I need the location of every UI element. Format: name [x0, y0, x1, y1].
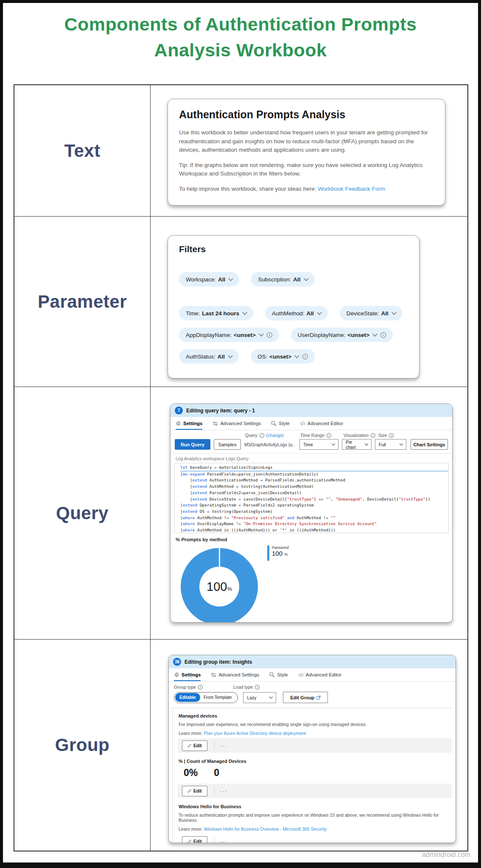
gear-icon: [174, 672, 179, 678]
external-link-icon: [316, 696, 321, 700]
row-label-cell-group: Group: [14, 640, 151, 851]
step-number-badge: 38: [173, 658, 181, 666]
group-content: Managed devices For improved user experi…: [172, 708, 452, 843]
row-content-cell-query: 7 Editing query item: query - 1 Settings…: [151, 387, 467, 640]
info-icon[interactable]: [198, 685, 203, 690]
item-edit-strip: Edit ···: [178, 784, 452, 798]
tab-style[interactable]: Style: [271, 417, 290, 430]
more-options-button[interactable]: ···: [220, 838, 228, 843]
group-editor-tabs: Settings Advanced Settings Style Advance…: [169, 668, 456, 682]
group-type-toggle[interactable]: Editable From Template: [174, 692, 238, 703]
tab-advanced-editor[interactable]: Advanced Editor: [300, 417, 343, 430]
info-icon[interactable]: [389, 433, 394, 438]
info-icon[interactable]: [302, 354, 308, 359]
page-title-line2: Analysis Workbook: [154, 40, 327, 60]
filter-pill-authstatus[interactable]: AuthStatus:All: [179, 349, 239, 364]
toggle-option-editable[interactable]: Editable: [175, 693, 200, 702]
query-toolbar-labels: Query(change) Time Range Visualization S…: [171, 430, 452, 439]
tab-style[interactable]: Style: [269, 668, 288, 681]
filter-pill-time[interactable]: Time:Last 24 hours: [179, 306, 253, 320]
workbook-title: Authentication Prompts Analysis: [179, 108, 434, 121]
filters-title: Filters: [179, 244, 419, 254]
row-content-cell-text: Authentication Prompts Analysis Use this…: [151, 85, 467, 217]
tab-advanced-settings[interactable]: Advanced Settings: [213, 417, 261, 430]
row-label-cell-query: Query: [14, 387, 151, 640]
learn-more-link[interactable]: Windows Hello for Business Overview - Mi…: [204, 826, 327, 832]
logs-query-source-label: Log Analytics workspace Logs Query: [171, 453, 452, 463]
info-icon[interactable]: [371, 433, 375, 438]
run-query-button[interactable]: Run Query: [175, 439, 210, 450]
load-type-select[interactable]: Lazy: [243, 692, 276, 703]
group-type-label: Group type: [174, 684, 233, 690]
legend-series-name: Password: [272, 545, 289, 550]
item-edit-strip: Edit ···: [178, 834, 452, 843]
query-source-value[interactable]: MSGraphActivityLogs (a...: [244, 442, 295, 447]
filter-pill-subscription[interactable]: Subscription:All: [251, 272, 314, 287]
page-title: Components of Authentication Prompts Ana…: [3, 11, 478, 63]
samples-button[interactable]: Samples: [214, 439, 241, 450]
load-type-label: Load type: [233, 684, 260, 690]
toggle-option-from-template[interactable]: From Template: [200, 695, 234, 700]
info-icon[interactable]: [380, 332, 386, 338]
row-label-parameter: Parameter: [38, 292, 127, 312]
count-value: 0: [214, 767, 219, 779]
filter-row-3: AppDisplayName:<unset> UserDisplayName:<…: [179, 328, 419, 342]
kql-code[interactable]: let baseQuery = materialize(SigninLogs|m…: [174, 463, 449, 533]
tab-settings[interactable]: Settings: [174, 668, 201, 681]
visualization-label: Visualization: [344, 433, 378, 438]
time-range-select[interactable]: Time: [299, 439, 338, 450]
info-icon[interactable]: [255, 685, 260, 690]
donut-chart-area: 100 % Password 100 %: [171, 542, 452, 623]
infographic-frame: Components of Authentication Prompts Ana…: [0, 0, 481, 868]
filter-pill-os[interactable]: OS:<unset>: [251, 349, 315, 364]
edit-button[interactable]: Edit: [182, 786, 207, 796]
visualization-select[interactable]: Pie chart: [342, 439, 372, 450]
more-options-button[interactable]: ···: [220, 743, 228, 749]
filter-pill-appdisplayname[interactable]: AppDisplayName:<unset>: [179, 328, 279, 342]
feedback-form-link[interactable]: Workbook Feedback Form: [318, 186, 385, 192]
chart-settings-button[interactable]: Chart Settings: [411, 439, 448, 450]
info-icon[interactable]: [327, 433, 331, 438]
percent-value: 0%: [184, 767, 198, 779]
chevron-down-icon: [294, 353, 299, 358]
filter-row-2: Time:Last 24 hours AuthMethod:All Device…: [179, 306, 419, 320]
filter-pill-userdisplayname[interactable]: UserDisplayName:<unset>: [291, 328, 393, 342]
filter-row-4: AuthStatus:All OS:<unset>: [179, 349, 419, 364]
row-label-query: Query: [56, 503, 109, 523]
code-icon: [300, 421, 305, 426]
sliders-icon: [213, 421, 218, 426]
parameter-step-card: Filters Workspace:All Subscription:All T…: [168, 235, 419, 378]
tab-settings[interactable]: Settings: [176, 417, 202, 430]
chevron-down-icon: [317, 310, 322, 314]
item-edit-strip: Edit ···: [178, 738, 452, 753]
code-icon: [298, 672, 304, 678]
edit-button[interactable]: Edit: [182, 740, 207, 751]
group-toolbar-labels: Group type Load type: [169, 682, 456, 691]
edit-button[interactable]: Edit: [182, 836, 207, 843]
edit-group-button[interactable]: Edit Group: [283, 692, 328, 703]
learn-more-link[interactable]: Plan your Azure Active Directory device …: [204, 731, 306, 736]
divider: [214, 787, 215, 795]
info-icon[interactable]: [260, 433, 264, 438]
section-body: To reduce authentication prompts and imp…: [179, 812, 452, 823]
chevron-down-icon: [365, 442, 368, 445]
info-icon[interactable]: [267, 332, 272, 338]
change-query-link[interactable]: (change): [266, 433, 284, 438]
row-content-cell-group: 38 Editing group item: Insights Settings…: [151, 640, 467, 851]
workbook-description: Use this workbook to better understand h…: [179, 128, 436, 155]
more-options-button[interactable]: ···: [220, 788, 228, 794]
tab-advanced-editor[interactable]: Advanced Editor: [298, 668, 341, 681]
style-icon: [269, 672, 275, 678]
chevron-down-icon: [332, 442, 335, 445]
pencil-icon: [187, 789, 192, 793]
tab-advanced-settings[interactable]: Advanced Settings: [211, 668, 259, 681]
query-editor-header: 7 Editing query item: query - 1: [171, 404, 452, 417]
filter-pill-authmethod[interactable]: AuthMethod:All: [265, 306, 328, 320]
filter-pill-workspace[interactable]: Workspace:All: [179, 272, 239, 287]
filter-pill-devicestate[interactable]: DeviceState:All: [340, 306, 403, 320]
components-table: Text Authentication Prompts Analysis Use…: [14, 84, 468, 851]
group-editor-title: Editing group item: Insights: [185, 659, 252, 665]
chevron-down-icon: [392, 310, 396, 314]
chevron-down-icon: [229, 276, 233, 281]
size-select[interactable]: Full: [375, 439, 406, 450]
